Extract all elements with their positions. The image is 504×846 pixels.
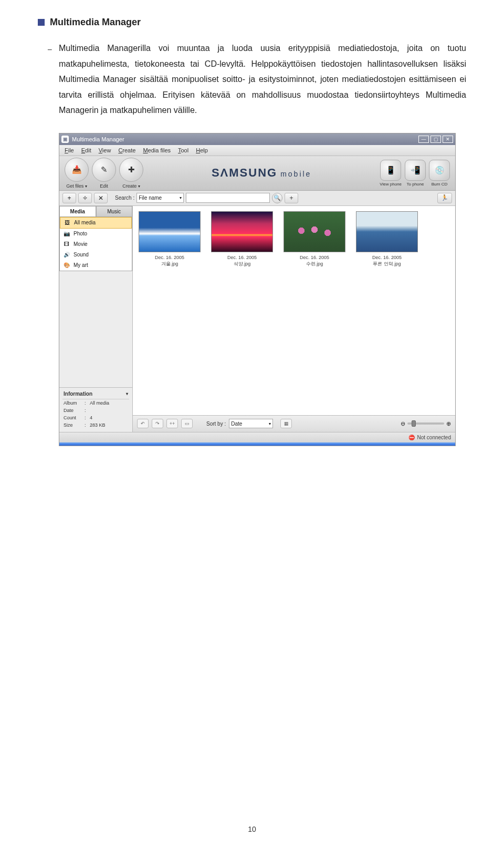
info-header[interactable]: Information ▾	[62, 389, 129, 399]
film-icon: 🎞	[63, 241, 70, 248]
tab-music[interactable]: Music	[96, 206, 133, 216]
toolbar-right-group: 📱 View phone 📲 To phone 💿 Burn CD	[380, 160, 450, 187]
search-go-button[interactable]: 🔍	[272, 193, 282, 203]
thumbnail-item[interactable]: Dec. 16. 2005푸른 언덕.jpg	[353, 211, 421, 267]
rotate-cw-button[interactable]: ↷	[152, 419, 163, 428]
menu-edit[interactable]: Edit	[81, 147, 91, 153]
zoom-in-button[interactable]: ++	[166, 419, 178, 428]
image-icon: 🖼	[64, 219, 71, 226]
thumbnail-image	[284, 211, 345, 252]
maximize-button[interactable]: ▢	[430, 136, 441, 143]
paragraph-text: Multimedia Managerilla voi muuntaa ja lu…	[59, 44, 466, 115]
menu-file[interactable]: File	[65, 147, 74, 153]
dash-bullet-icon: −	[47, 42, 52, 58]
zoom-fit-button[interactable]: ▭	[181, 419, 193, 428]
burn-cd-button[interactable]: 💿	[429, 160, 450, 181]
thumbnail-image	[139, 211, 201, 252]
running-icon: 🏃	[441, 194, 448, 201]
chevron-down-icon: ▾	[269, 421, 271, 426]
menu-create[interactable]: Create	[118, 147, 135, 153]
chevron-down-icon: ▾	[180, 195, 182, 200]
minimize-button[interactable]: —	[418, 136, 429, 143]
sidebar-item-all-media[interactable]: 🖼 All media	[60, 217, 132, 229]
brand-logo: SΛMSUNGmobile	[143, 166, 380, 180]
edit-label: Edit	[100, 183, 108, 189]
create-icon: ✚	[128, 165, 135, 174]
statusbar: ⛔ Not connected	[59, 432, 455, 442]
thumbnail-caption: Dec. 16. 2005석양.jpg	[227, 255, 257, 267]
sidebar-item-label: All media	[74, 220, 96, 225]
wand-button[interactable]: ✧	[78, 193, 92, 203]
view-phone-label: View phone	[380, 182, 402, 187]
thumbnail-caption: Dec. 16. 2005겨울.jpg	[155, 255, 184, 267]
section-paragraph: − Multimedia Managerilla voi muuntaa ja …	[59, 40, 466, 118]
burn-cd-label: Burn CD	[432, 182, 448, 187]
create-label: Create ▾	[122, 183, 140, 189]
close-button[interactable]: ✕	[443, 136, 453, 143]
rotate-ccw-button[interactable]: ↶	[137, 419, 149, 428]
camera-icon: 📷	[63, 230, 70, 238]
get-files-label: Get files ▾	[66, 183, 87, 189]
menu-media-files[interactable]: Media files	[143, 147, 171, 153]
add-button[interactable]: +	[62, 193, 76, 203]
content-area: Dec. 16. 2005겨울.jpg Dec. 16. 2005석양.jpg …	[133, 206, 455, 432]
zoom-in-icon: ⊕	[446, 420, 451, 427]
zoom-slider[interactable]: ⊖ ⊕	[401, 420, 451, 427]
view-mode-button[interactable]: ▦	[280, 419, 292, 428]
titlebar: ▣ Multimedia Manager — ▢ ✕	[59, 133, 455, 145]
app-window: ▣ Multimedia Manager — ▢ ✕ File Edit Vie…	[59, 133, 456, 446]
search-field-select[interactable]: File name▾	[136, 193, 184, 203]
sidebar-item-movie[interactable]: 🎞 Movie	[60, 239, 132, 250]
to-phone-button[interactable]: 📲	[405, 160, 426, 181]
sidebar-item-my-art[interactable]: 🎨 My art	[60, 260, 132, 271]
disconnected-icon: ⛔	[408, 435, 415, 440]
thumbnail-image	[356, 211, 418, 252]
sidebar-item-photo[interactable]: 📷 Photo	[60, 229, 132, 239]
zoom-knob[interactable]	[412, 420, 416, 427]
sidebar-item-label: Photo	[74, 231, 87, 236]
sort-select[interactable]: Date▾	[229, 419, 273, 428]
square-bullet-icon	[38, 19, 45, 26]
cd-icon: 💿	[435, 166, 445, 175]
info-row-date: Date:	[62, 407, 129, 414]
menu-tool[interactable]: Tool	[178, 147, 188, 153]
get-files-button[interactable]: 📥	[65, 158, 89, 182]
palette-icon: 🎨	[63, 262, 70, 269]
content-bottom-bar: ↶ ↷ ++ ▭ Sort by : Date▾ ▦ ⊖ ⊕	[133, 415, 455, 432]
chevron-down-icon: ▾	[85, 184, 87, 189]
toolbar-left-group: 📥 Get files ▾ ✎ Edit ✚ Create ▾	[65, 158, 143, 189]
info-row-album: Album:All media	[62, 399, 129, 407]
thumbnail-caption: Dec. 16. 2005수련.jpg	[300, 255, 329, 267]
info-row-size: Size:283 KB	[62, 421, 129, 429]
view-phone-button[interactable]: 📱	[380, 160, 401, 181]
to-phone-icon: 📲	[411, 166, 421, 175]
download-icon: 📥	[72, 165, 82, 174]
sidebar-tabs: Media Music	[59, 206, 132, 216]
sidebar-item-sound[interactable]: 🔊 Sound	[60, 250, 132, 260]
search-input[interactable]	[186, 193, 270, 203]
status-text: Not connected	[417, 435, 452, 440]
create-button[interactable]: ✚	[119, 158, 143, 182]
secondary-toolbar: + ✧ ✕ Search : File name▾ 🔍 ＋ 🏃	[59, 191, 455, 206]
sidebar-list: 🖼 All media 📷 Photo 🎞 Movie 🔊 Sound 🎨	[59, 216, 132, 271]
thumbnail-item[interactable]: Dec. 16. 2005겨울.jpg	[136, 211, 203, 267]
zoom-track[interactable]	[407, 422, 444, 425]
expand-button[interactable]: ＋	[285, 193, 298, 203]
sidebar-item-label: Sound	[74, 252, 89, 257]
section-title-text: Multimedia Manager	[50, 17, 141, 28]
running-indicator[interactable]: 🏃	[437, 193, 452, 203]
page-number: 10	[0, 825, 504, 833]
info-row-count: Count:4	[62, 414, 129, 421]
menu-view[interactable]: View	[99, 147, 111, 153]
thumbnail-item[interactable]: Dec. 16. 2005수련.jpg	[281, 211, 348, 267]
tab-media[interactable]: Media	[59, 206, 96, 216]
thumbnail-item[interactable]: Dec. 16. 2005석양.jpg	[208, 211, 276, 267]
menu-help[interactable]: Help	[196, 147, 208, 153]
edit-button[interactable]: ✎	[92, 158, 116, 182]
app-body: Media Music 🖼 All media 📷 Photo 🎞 Movie …	[59, 206, 455, 432]
thumbnail-image	[211, 211, 273, 252]
sidebar-item-label: Movie	[74, 241, 88, 247]
phone-icon: 📱	[386, 166, 396, 175]
to-phone-label: To phone	[407, 182, 424, 187]
delete-button[interactable]: ✕	[94, 193, 108, 203]
